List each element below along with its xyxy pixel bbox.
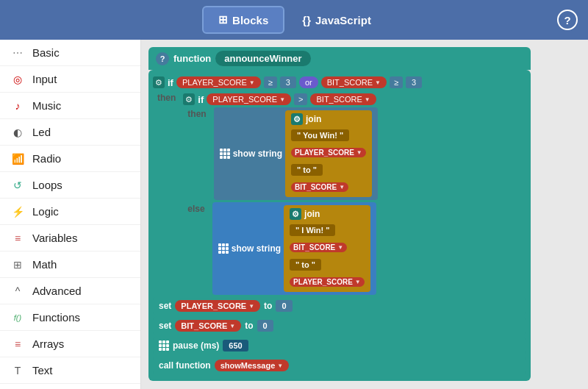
sidebar-item-input[interactable]: ◎ Input: [0, 66, 140, 93]
i-win-row: " I Win! ": [290, 224, 365, 236]
sidebar-item-loops[interactable]: ↺ Loops: [0, 172, 140, 199]
player-score-row: PLAYER_SCORE ▼: [291, 148, 366, 157]
sidebar: ⋯ Basic ◎ Input ♪ Music ◐ Led 📶 Radio ↺ …: [0, 40, 141, 389]
tab-group: ⊞ Blocks {} JavaScript: [202, 6, 386, 34]
main-layout: ⋯ Basic ◎ Input ♪ Music ◐ Led 📶 Radio ↺ …: [0, 40, 588, 389]
blocks-container: ? function announceWinner ⚙ if PLAYER_SC…: [148, 47, 581, 389]
sidebar-item-math[interactable]: ⊞ Math: [0, 251, 140, 278]
radio-icon: 📶: [10, 153, 25, 165]
function-header: ? function announceWinner: [148, 47, 531, 70]
set-ps-var[interactable]: PLAYER_SCORE ▼: [175, 300, 260, 312]
sidebar-item-functions[interactable]: f() Functions: [0, 304, 140, 331]
to-row-2: " to ": [290, 259, 365, 271]
show-string-block: show string ⚙ join " You Win! ": [214, 107, 378, 200]
gear-icon[interactable]: ⚙: [153, 76, 165, 88]
inner-ps-arrow: ▼: [279, 96, 285, 103]
sidebar-item-music[interactable]: ♪ Music: [0, 93, 140, 119]
pause-block: pause (ms) 650: [153, 337, 526, 354]
join-gear[interactable]: ⚙: [291, 113, 303, 125]
set-ps-val[interactable]: 0: [276, 300, 292, 312]
then-block: then ⚙ if PLAYER_SCORE ▼ >: [153, 91, 526, 295]
join-container-1: ⚙ join " You Win! " PLAYE: [285, 110, 372, 197]
arrays-icon: ≡: [10, 338, 25, 350]
inner-gear-icon[interactable]: ⚙: [183, 93, 195, 105]
op1-pill[interactable]: ≥: [264, 76, 277, 88]
to-label-1: to: [264, 301, 272, 311]
basic-icon: ⋯: [10, 47, 25, 59]
dropdown-arrow2: ▼: [375, 79, 381, 86]
help-icon: ?: [156, 52, 169, 65]
val2-pill[interactable]: 3: [406, 76, 422, 88]
set-bs-val[interactable]: 0: [257, 320, 273, 332]
sidebar-item-basic[interactable]: ⋯ Basic: [0, 40, 140, 66]
tab-blocks[interactable]: ⊞ Blocks: [202, 6, 284, 34]
val1-pill[interactable]: 3: [280, 76, 296, 88]
pause-val[interactable]: 650: [223, 340, 248, 351]
blocks-icon: ⊞: [218, 13, 228, 26]
call-fn-name[interactable]: showMessage ▼: [215, 360, 290, 371]
inner-op[interactable]: >: [294, 93, 307, 105]
join-header-1: ⚙ join: [291, 113, 366, 125]
help-button[interactable]: ?: [557, 10, 578, 30]
js-icon: {}: [302, 14, 311, 26]
show-string-label: show string: [233, 149, 282, 159]
to-quote-2: " to ": [290, 259, 321, 271]
i-win-quote: " I Win! ": [290, 224, 335, 236]
join-bit-score-1[interactable]: BIT_SCORE ▼: [291, 182, 348, 192]
set-player-score-block: set PLAYER_SCORE ▼ to 0: [153, 297, 526, 315]
sidebar-item-arrays[interactable]: ≡ Arrays: [0, 331, 140, 357]
logic-icon: ⚡: [10, 206, 25, 218]
inner-if-label: if: [198, 94, 204, 105]
player-score-var[interactable]: PLAYER_SCORE ▼: [176, 76, 261, 88]
bit-score-row-1: BIT_SCORE ▼: [291, 182, 366, 192]
to-quote-1: " to ": [291, 164, 323, 176]
sidebar-item-variables[interactable]: ≡ Variables: [0, 225, 140, 251]
join-header-2: ⚙ join: [290, 208, 365, 220]
inner-player-score[interactable]: PLAYER_SCORE ▼: [207, 93, 291, 105]
set-label-2: set: [159, 321, 171, 331]
then-show-row: then show string: [183, 107, 377, 200]
bit-score-var[interactable]: BIT_SCORE ▼: [321, 76, 387, 88]
loops-icon: ↺: [10, 179, 25, 191]
or-pill[interactable]: or: [299, 76, 318, 88]
text-icon: T: [10, 365, 25, 376]
sidebar-item-led[interactable]: ◐ Led: [0, 119, 140, 146]
music-icon: ♪: [10, 100, 25, 112]
advanced-icon: ^: [10, 285, 25, 297]
dropdown-arrow: ▼: [249, 79, 255, 86]
inner-bit-score[interactable]: BIT_SCORE ▼: [310, 93, 376, 105]
inner-bs-arrow: ▼: [365, 96, 370, 103]
sidebar-item-radio[interactable]: 📶 Radio: [0, 146, 140, 172]
tab-javascript[interactable]: {} JavaScript: [287, 6, 386, 34]
math-icon: ⊞: [10, 259, 25, 271]
inner-if-block: ⚙ if PLAYER_SCORE ▼ > BIT_SCORE ▼: [183, 91, 377, 295]
op2-pill[interactable]: ≥: [390, 76, 403, 88]
set-label-1: set: [159, 301, 171, 311]
set-bit-score-block: set BIT_SCORE ▼ to 0: [153, 317, 526, 335]
to-label-2: to: [245, 321, 253, 331]
set-bs-var[interactable]: BIT_SCORE ▼: [175, 320, 241, 332]
canvas: ? function announceWinner ⚙ if PLAYER_SC…: [141, 40, 588, 389]
if-label: if: [168, 77, 173, 88]
function-name: announceWinner: [215, 51, 310, 66]
function-block: ? function announceWinner ⚙ if PLAYER_SC…: [148, 47, 531, 381]
join-player-score-2[interactable]: PLAYER_SCORE ▼: [290, 277, 365, 287]
sidebar-item-text[interactable]: T Text: [0, 357, 140, 384]
join-player-score[interactable]: PLAYER_SCORE ▼: [291, 148, 366, 157]
join-gear-2[interactable]: ⚙: [290, 208, 301, 220]
outer-if-block: ⚙ if PLAYER_SCORE ▼ ≥ 3 or BIT_SCORE ▼: [148, 70, 531, 381]
sidebar-item-logic[interactable]: ⚡ Logic: [0, 199, 140, 225]
bit-score-row-2: BIT_SCORE ▼: [290, 243, 365, 252]
inner-if-row: ⚙ if PLAYER_SCORE ▼ > BIT_SCORE ▼: [183, 93, 377, 105]
header: ⊞ Blocks {} JavaScript ?: [0, 0, 588, 40]
show-string-block-2: show string ⚙ join " I Win! ": [212, 202, 376, 295]
join-bit-score-2[interactable]: BIT_SCORE ▼: [290, 243, 347, 252]
player-score-row-2: PLAYER_SCORE ▼: [290, 277, 365, 287]
sidebar-item-advanced[interactable]: ^ Advanced: [0, 278, 140, 304]
input-icon: ◎: [10, 74, 25, 85]
if-condition-row: ⚙ if PLAYER_SCORE ▼ ≥ 3 or BIT_SCORE ▼: [153, 76, 526, 88]
grid-icon-2: [218, 243, 229, 254]
else-show-row: else show string: [183, 202, 377, 295]
pause-label: pause (ms): [173, 340, 219, 351]
call-label: call function: [159, 360, 211, 371]
